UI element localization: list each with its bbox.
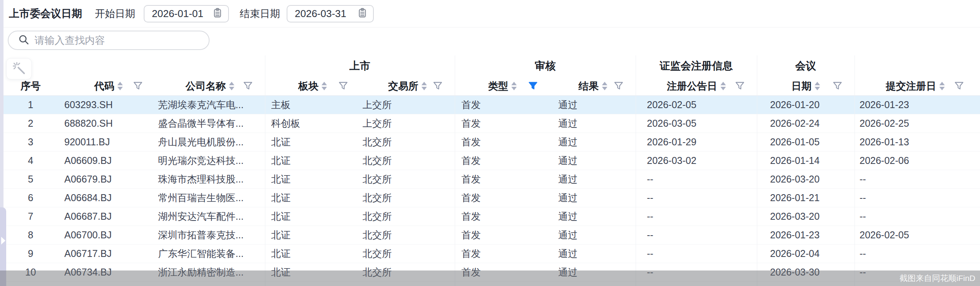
cell-submit-reg-date[interactable]: 2026-02-06: [860, 152, 976, 170]
cell-company[interactable]: 湖州安达汽车配件...: [158, 207, 263, 226]
column-header-company[interactable]: 公司名称: [155, 76, 265, 96]
search-input[interactable]: 请输入查找内容: [8, 31, 210, 50]
cell-code[interactable]: A06687.BJ: [64, 207, 153, 226]
cell-company[interactable]: 常州百瑞吉生物医...: [158, 189, 263, 207]
cell-reg-announce-date[interactable]: 2026-02-05: [647, 96, 755, 114]
cell-reg-announce-date[interactable]: 2026-03-02: [647, 152, 755, 170]
cell-company[interactable]: 盛合晶微半导体有...: [158, 114, 263, 133]
cell-meeting-date[interactable]: 2026-01-21: [770, 189, 853, 207]
cell-reg-announce-date[interactable]: --: [647, 245, 755, 263]
cell-type[interactable]: 首发: [461, 133, 531, 151]
column-header-board[interactable]: 板块: [265, 76, 360, 96]
cell-submit-reg-date[interactable]: --: [860, 189, 976, 207]
filter-icon[interactable]: [734, 81, 745, 94]
cell-reg-announce-date[interactable]: --: [647, 207, 755, 226]
cell-board[interactable]: 北证: [271, 189, 358, 207]
cell-company[interactable]: 明光瑞尔竞达科技...: [158, 152, 263, 170]
cell-company[interactable]: 深圳市拓普泰克技...: [158, 226, 263, 244]
cell-result[interactable]: 通过: [558, 114, 634, 133]
cell-board[interactable]: 北证: [271, 207, 358, 226]
cell-index[interactable]: 9: [5, 245, 56, 263]
column-header-exchange[interactable]: 交易所: [360, 76, 455, 96]
cell-type[interactable]: 首发: [461, 207, 531, 226]
cell-meeting-date[interactable]: 2026-01-23: [770, 226, 853, 244]
sort-icon[interactable]: [117, 82, 123, 90]
cell-board[interactable]: 主板: [271, 96, 358, 114]
cell-submit-reg-date[interactable]: --: [860, 207, 976, 226]
cell-reg-announce-date[interactable]: --: [647, 189, 755, 207]
cell-reg-announce-date[interactable]: --: [647, 170, 755, 188]
table-row[interactable]: 3920011.BJ舟山晨光电机股份...北证北交所首发通过2026-01-29…: [0, 133, 980, 152]
cell-code[interactable]: 688820.SH: [64, 114, 153, 133]
cell-result[interactable]: 通过: [558, 207, 634, 226]
cell-result[interactable]: 通过: [558, 96, 634, 114]
table-row[interactable]: 8A06700.BJ深圳市拓普泰克技...北证北交所首发通过--2026-01-…: [0, 226, 980, 245]
cell-code[interactable]: A06609.BJ: [64, 152, 153, 170]
sort-icon[interactable]: [720, 82, 726, 90]
cell-company[interactable]: 舟山晨光电机股份...: [158, 133, 263, 151]
cell-submit-reg-date[interactable]: 2026-01-23: [860, 96, 976, 114]
filter-icon[interactable]: [132, 81, 143, 94]
cell-reg-announce-date[interactable]: 2026-03-05: [647, 114, 755, 133]
cell-meeting-date[interactable]: 2026-01-14: [770, 152, 853, 170]
cell-type[interactable]: 首发: [461, 170, 531, 188]
cell-type[interactable]: 首发: [461, 189, 531, 207]
cell-meeting-date[interactable]: 2026-01-05: [770, 133, 853, 151]
cell-result[interactable]: 通过: [558, 170, 634, 188]
sort-icon[interactable]: [322, 82, 327, 90]
cell-board[interactable]: 北证: [271, 226, 358, 244]
calendar-icon[interactable]: [357, 7, 368, 20]
cell-board[interactable]: 科创板: [271, 114, 358, 133]
cell-exchange[interactable]: 北交所: [363, 170, 453, 188]
filter-icon-active[interactable]: [528, 81, 538, 94]
sort-icon[interactable]: [815, 82, 820, 90]
cell-code[interactable]: 920011.BJ: [64, 133, 153, 151]
cell-type[interactable]: 首发: [461, 96, 531, 114]
cell-code[interactable]: A06700.BJ: [64, 226, 153, 244]
cell-index[interactable]: 4: [5, 152, 56, 170]
cell-reg-announce-date[interactable]: --: [647, 226, 755, 244]
column-header-submit-reg-date[interactable]: 提交注册日: [854, 76, 976, 96]
cell-exchange[interactable]: 上交所: [363, 96, 453, 114]
cell-submit-reg-date[interactable]: --: [860, 245, 976, 263]
start-date-input[interactable]: 2026-01-01: [144, 5, 229, 22]
cell-submit-reg-date[interactable]: --: [860, 170, 976, 188]
filter-icon[interactable]: [832, 81, 843, 94]
cell-code[interactable]: A06717.BJ: [64, 245, 153, 263]
cell-exchange[interactable]: 北交所: [363, 245, 453, 263]
cell-board[interactable]: 北证: [271, 152, 358, 170]
sort-icon[interactable]: [229, 82, 234, 90]
cell-index[interactable]: 2: [5, 114, 56, 133]
cell-result[interactable]: 通过: [558, 189, 634, 207]
sort-icon[interactable]: [421, 82, 427, 90]
cell-submit-reg-date[interactable]: 2026-02-25: [860, 114, 976, 133]
cell-company[interactable]: 芜湖埃泰克汽车电...: [158, 96, 263, 114]
table-row[interactable]: 6A06684.BJ常州百瑞吉生物医...北证北交所首发通过--2026-01-…: [0, 189, 980, 207]
table-row[interactable]: 7A06687.BJ湖州安达汽车配件...北证北交所首发通过--2026-03-…: [0, 207, 980, 226]
filter-icon[interactable]: [613, 81, 624, 94]
column-header-result[interactable]: 结果: [550, 76, 636, 96]
cell-exchange[interactable]: 北交所: [363, 133, 453, 151]
sort-icon[interactable]: [939, 82, 945, 90]
cell-meeting-date[interactable]: 2026-03-20: [770, 207, 853, 226]
cell-company[interactable]: 广东华汇智能装备...: [158, 245, 263, 263]
cell-result[interactable]: 通过: [558, 245, 634, 263]
cell-index[interactable]: 8: [5, 226, 56, 244]
cell-index[interactable]: 7: [5, 207, 56, 226]
filter-icon[interactable]: [432, 81, 443, 94]
cell-submit-reg-date[interactable]: 2026-02-05: [860, 226, 976, 244]
sort-icon[interactable]: [511, 82, 517, 90]
cell-code[interactable]: A06684.BJ: [64, 189, 153, 207]
cell-exchange[interactable]: 上交所: [363, 114, 453, 133]
cell-exchange[interactable]: 北交所: [363, 152, 453, 170]
cell-meeting-date[interactable]: 2026-02-24: [770, 114, 853, 133]
cell-company[interactable]: 珠海市杰理科技股...: [158, 170, 263, 188]
cell-index[interactable]: 6: [5, 189, 56, 207]
cell-exchange[interactable]: 北交所: [363, 189, 453, 207]
cell-type[interactable]: 首发: [461, 114, 531, 133]
table-row[interactable]: 1603293.SH芜湖埃泰克汽车电...主板上交所首发通过2026-02-05…: [0, 96, 980, 114]
filter-icon[interactable]: [954, 81, 965, 94]
cell-result[interactable]: 通过: [558, 152, 634, 170]
column-header-type[interactable]: 类型: [455, 76, 550, 96]
cell-index[interactable]: 3: [5, 133, 56, 151]
